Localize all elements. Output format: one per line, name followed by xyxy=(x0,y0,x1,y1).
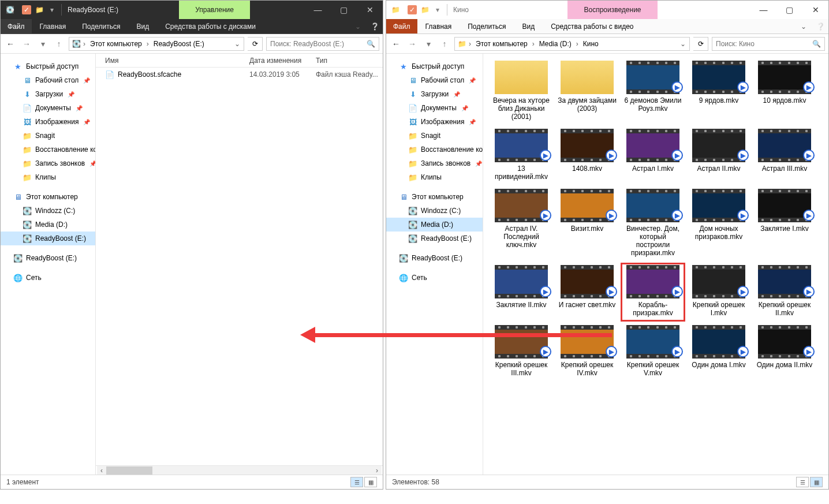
refresh-button[interactable]: ⟳ xyxy=(248,37,263,51)
titlebar[interactable]: 💽 ✓ 📁 ▾ ReadyBoost (E:) Управление — ▢ ✕ xyxy=(1,1,383,19)
scroll-left[interactable]: ‹ xyxy=(97,466,106,475)
sidebar-quick-access[interactable]: ★Быстрый доступ xyxy=(386,59,483,73)
horizontal-scrollbar[interactable]: ‹ › xyxy=(96,465,383,475)
close-button[interactable]: ✕ xyxy=(357,1,383,19)
sidebar-network[interactable]: 🌐Сеть xyxy=(386,271,483,285)
sidebar-item[interactable]: 🖼Изображения📌 xyxy=(386,115,483,129)
address-dropdown[interactable]: ⌄ xyxy=(233,40,241,48)
sidebar-this-pc[interactable]: 🖥Этот компьютер xyxy=(1,190,95,204)
col-type[interactable]: Тип xyxy=(316,57,383,65)
sidebar-drive[interactable]: 💽ReadyBoost (E:) xyxy=(1,232,95,245)
video-item[interactable]: ▶И гаснет свет.mkv xyxy=(555,263,619,322)
refresh-button[interactable]: ⟳ xyxy=(693,37,708,51)
address-bar[interactable]: 📁 › Этот компьютер › Media (D:) › Кино ⌄ xyxy=(454,37,690,51)
search-box[interactable]: 🔍 xyxy=(712,37,825,51)
video-item[interactable]: ▶Крепкий орешек III.mkv xyxy=(489,323,554,382)
folder-item[interactable]: За двумя зайцами (2003) xyxy=(555,58,619,125)
maximize-button[interactable]: ▢ xyxy=(331,1,357,19)
search-icon[interactable]: 🔍 xyxy=(812,40,821,48)
minimize-button[interactable]: — xyxy=(305,1,331,19)
breadcrumb-part[interactable]: Этот компьютер xyxy=(473,39,530,49)
navigation-pane[interactable]: ★Быстрый доступ🖥Рабочий стол📌⬇Загрузки📌📄… xyxy=(386,54,483,475)
sidebar-item[interactable]: 📄Документы📌 xyxy=(1,101,95,115)
chevron-right-icon[interactable]: › xyxy=(145,40,150,48)
checkbox-icon[interactable]: ✓ xyxy=(408,5,417,14)
content-details[interactable]: Имя Дата изменения Тип 📄ReadyBoost.sfcac… xyxy=(96,54,383,475)
dropdown-icon[interactable]: ▾ xyxy=(47,5,57,14)
video-item[interactable]: ▶Астрал II.mkv xyxy=(686,126,751,185)
video-item[interactable]: ▶Один дома II.mkv xyxy=(752,323,817,382)
sidebar-item[interactable]: 📁Snagit xyxy=(386,129,483,143)
sidebar-item[interactable]: 📁Клипы xyxy=(386,170,483,184)
sidebar-drive[interactable]: 💽ReadyBoost (E:) xyxy=(386,232,483,245)
column-headers[interactable]: Имя Дата изменения Тип xyxy=(96,54,383,68)
maximize-button[interactable]: ▢ xyxy=(776,1,802,19)
tab-home[interactable]: Главная xyxy=(417,19,460,33)
sidebar-item[interactable]: 📁Snagit xyxy=(1,129,95,143)
video-item[interactable]: ▶Астрал III.mkv xyxy=(752,126,817,185)
history-dropdown[interactable]: ▾ xyxy=(422,38,435,50)
tab-view[interactable]: Вид xyxy=(128,19,157,33)
chevron-right-icon[interactable]: › xyxy=(531,40,536,48)
tab-home[interactable]: Главная xyxy=(32,19,74,33)
file-menu[interactable]: Файл xyxy=(386,19,417,33)
video-item[interactable]: ▶Винчестер. Дом, который построили призр… xyxy=(621,186,685,262)
close-button[interactable]: ✕ xyxy=(802,1,828,19)
dropdown-icon[interactable]: ▾ xyxy=(433,5,442,14)
video-item[interactable]: ▶10 ярдов.mkv xyxy=(752,58,817,125)
video-item[interactable]: ▶Визит.mkv xyxy=(555,186,619,262)
video-item[interactable]: ▶Астрал IV. Последний ключ.mkv xyxy=(489,186,554,262)
address-bar[interactable]: 💽 › Этот компьютер › ReadyBoost (E:) ⌄ xyxy=(69,37,244,51)
sidebar-item[interactable]: ⬇Загрузки📌 xyxy=(1,87,95,101)
file-menu[interactable]: Файл xyxy=(1,19,32,33)
minimize-button[interactable]: — xyxy=(750,1,776,19)
tab-drive-tools[interactable]: Средства работы с дисками xyxy=(157,19,264,33)
help-button[interactable]: ❔ xyxy=(367,19,383,33)
sidebar-item[interactable]: ⬇Загрузки📌 xyxy=(386,87,483,101)
titlebar[interactable]: 📁 ✓ 📁 ▾ Кино Воспроизведение — ▢ ✕ xyxy=(386,1,828,19)
video-item[interactable]: ▶Корабль-призрак.mkv xyxy=(621,263,685,322)
sidebar-item[interactable]: 📁Восстановление ко xyxy=(386,143,483,156)
tab-video-tools[interactable]: Средства работы с видео xyxy=(543,19,641,33)
video-item[interactable]: ▶9 ярдов.mkv xyxy=(686,58,751,125)
video-item[interactable]: ▶Один дома I.mkv xyxy=(686,323,751,382)
navigation-pane[interactable]: ★Быстрый доступ🖥Рабочий стол📌⬇Загрузки📌📄… xyxy=(1,54,96,475)
forward-button[interactable]: → xyxy=(406,38,419,50)
sidebar-item[interactable]: 🖥Рабочий стол📌 xyxy=(1,73,95,87)
folder-item[interactable]: Вечера на хуторе близ Диканьки (2001) xyxy=(489,58,554,125)
sidebar-item[interactable]: 📁Запись звонков📌 xyxy=(386,156,483,170)
icons-view-button[interactable]: ▦ xyxy=(810,477,823,487)
sidebar-readyboost-eject[interactable]: 💽ReadyBoost (E:) xyxy=(386,251,483,265)
file-row[interactable]: 📄ReadyBoost.sfcache 14.03.2019 3:05 Файл… xyxy=(96,68,383,81)
sidebar-this-pc[interactable]: 🖥Этот компьютер xyxy=(386,190,483,204)
sidebar-readyboost-eject[interactable]: 💽ReadyBoost (E:) xyxy=(1,251,95,265)
sidebar-item[interactable]: 📄Документы📌 xyxy=(386,101,483,115)
sidebar-item[interactable]: 📁Восстановление ко xyxy=(1,143,95,156)
breadcrumb-part[interactable]: ReadyBoost (E:) xyxy=(151,39,207,49)
breadcrumb-part[interactable]: Этот компьютер xyxy=(88,39,144,49)
sidebar-item[interactable]: 🖼Изображения📌 xyxy=(1,115,95,129)
sidebar-item[interactable]: 📁Запись звонков📌 xyxy=(1,156,95,170)
ribbon-expand[interactable]: ⌄ xyxy=(349,19,367,33)
sidebar-network[interactable]: 🌐Сеть xyxy=(1,271,95,285)
video-item[interactable]: ▶6 демонов Эмили Роуз.mkv xyxy=(621,58,685,125)
forward-button[interactable]: → xyxy=(20,38,33,50)
chevron-right-icon[interactable]: › xyxy=(468,40,472,48)
sidebar-item[interactable]: 📁Клипы xyxy=(1,170,95,184)
video-item[interactable]: ▶Заклятие I.mkv xyxy=(752,186,817,262)
video-item[interactable]: ▶Дом ночных призраков.mkv xyxy=(686,186,751,262)
back-button[interactable]: ← xyxy=(390,38,402,50)
sidebar-item[interactable]: 🖥Рабочий стол📌 xyxy=(386,73,483,87)
scroll-right[interactable]: › xyxy=(372,466,382,475)
up-button[interactable]: ↑ xyxy=(438,38,451,50)
sidebar-quick-access[interactable]: ★Быстрый доступ xyxy=(1,59,95,73)
video-item[interactable]: ▶Крепкий орешек I.mkv xyxy=(686,263,751,322)
video-item[interactable]: ▶Крепкий орешек IV.mkv xyxy=(555,323,619,382)
details-view-button[interactable]: ☰ xyxy=(350,477,363,487)
tab-view[interactable]: Вид xyxy=(514,19,543,33)
history-dropdown[interactable]: ▾ xyxy=(36,38,49,50)
chevron-right-icon[interactable]: › xyxy=(575,40,580,48)
tab-share[interactable]: Поделиться xyxy=(460,19,514,33)
address-dropdown[interactable]: ⌄ xyxy=(679,40,687,48)
video-item[interactable]: ▶Крепкий орешек II.mkv xyxy=(752,263,817,322)
